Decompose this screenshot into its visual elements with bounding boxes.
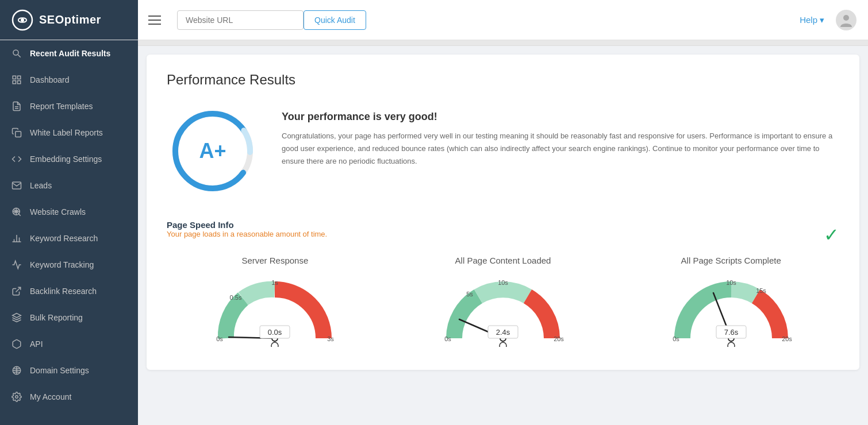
svg-rect-8	[18, 81, 21, 84]
sidebar-item-domain-settings[interactable]: Domain Settings	[0, 357, 138, 384]
copy-icon	[11, 128, 22, 138]
svg-line-13	[18, 214, 20, 215]
sidebar-item-website-crawls[interactable]: Website Crawls	[0, 199, 138, 225]
svg-text:2.4s: 2.4s	[496, 328, 510, 337]
avatar[interactable]	[836, 10, 857, 30]
svg-text:0s: 0s	[217, 335, 224, 342]
backlink-icon	[11, 286, 22, 296]
sidebar-label-website-crawls: Website Crawls	[30, 207, 86, 217]
performance-text-column: Your performance is very good! Congratul…	[282, 105, 839, 168]
grade-row: A+ Your performance is very good! Congra…	[167, 105, 839, 197]
svg-text:15s: 15s	[756, 287, 766, 294]
grid-icon	[11, 75, 22, 85]
sidebar: Recent Audit Results Dashboard Report Te…	[0, 40, 138, 425]
speed-header-left: Page Speed Info Your page loads in a rea…	[167, 220, 327, 250]
speed-subtitle: Your page loads in a reasonable amount o…	[167, 230, 327, 238]
svg-text:1s: 1s	[272, 279, 279, 286]
sidebar-item-leads[interactable]: Leads	[0, 172, 138, 199]
globe-icon	[11, 365, 22, 376]
gauge-server-response-svg: 0s 0.5s 1s 3s	[212, 272, 338, 347]
svg-point-1	[21, 18, 24, 22]
sidebar-label-domain-settings: Domain Settings	[30, 366, 89, 375]
svg-rect-5	[13, 76, 16, 79]
sidebar-label-keyword-tracking: Keyword Tracking	[30, 260, 94, 269]
content-top-bar	[138, 40, 868, 46]
url-input[interactable]	[177, 10, 304, 30]
svg-text:0.0s: 0.0s	[268, 328, 282, 337]
seoptimer-logo-icon	[11, 9, 33, 31]
help-button[interactable]: Help ▾	[800, 15, 824, 25]
sidebar-item-white-label[interactable]: White Label Reports	[0, 119, 138, 146]
sidebar-item-dashboard[interactable]: Dashboard	[0, 67, 138, 93]
help-chevron-icon: ▾	[820, 15, 824, 25]
svg-point-2	[843, 15, 849, 21]
file-edit-icon	[11, 101, 22, 111]
svg-text:20s: 20s	[782, 335, 792, 342]
hamburger-line-1	[148, 16, 161, 17]
hamburger-line-3	[148, 24, 161, 25]
help-label: Help	[800, 15, 817, 25]
grade-label: A+	[199, 139, 226, 163]
sidebar-label-dashboard: Dashboard	[30, 75, 70, 84]
embed-icon	[11, 154, 22, 164]
gauge-page-content-svg: 0s 5s 10s 20s	[440, 272, 566, 347]
gauges-row: Server Response	[167, 256, 839, 353]
hamburger-button[interactable]	[144, 8, 166, 32]
quick-audit-button[interactable]: Quick Audit	[304, 10, 366, 30]
globe-search-icon	[11, 207, 22, 217]
svg-rect-6	[18, 76, 21, 79]
sidebar-item-embedding[interactable]: Embedding Settings	[0, 146, 138, 172]
svg-text:0s: 0s	[444, 335, 451, 342]
svg-point-33	[271, 342, 278, 347]
gauge-page-scripts-svg: 0s 10s 15s 20s	[668, 272, 794, 347]
svg-text:7.6s: 7.6s	[724, 328, 738, 337]
sidebar-item-my-account[interactable]: My Account	[0, 384, 138, 410]
sidebar-item-report-templates[interactable]: Report Templates	[0, 93, 138, 119]
sidebar-item-bulk-reporting[interactable]: Bulk Reporting	[0, 304, 138, 331]
svg-text:10s: 10s	[726, 279, 736, 286]
gauge-page-content: All Page Content Loaded 0s	[395, 256, 612, 353]
speed-header: Page Speed Info Your page loads in a rea…	[167, 220, 839, 250]
gauge-page-scripts: All Page Scripts Complete 0s	[623, 256, 839, 353]
gauge-page-content-label: All Page Content Loaded	[455, 256, 551, 265]
gear-icon	[11, 392, 22, 402]
performance-headline: Your performance is very good!	[282, 111, 839, 123]
svg-marker-20	[13, 314, 21, 318]
svg-text:3s: 3s	[328, 335, 335, 342]
gauge-server-response-label: Server Response	[241, 256, 308, 265]
svg-line-19	[16, 287, 21, 292]
sidebar-item-keyword-tracking[interactable]: Keyword Tracking	[0, 252, 138, 278]
hamburger-line-2	[148, 20, 161, 21]
sidebar-label-leads: Leads	[30, 181, 52, 190]
gauge-server-response-svg-wrap: 0s 0.5s 1s 3s	[212, 272, 338, 353]
layers-icon	[11, 312, 22, 323]
logo-text: SEOptimer	[39, 13, 101, 26]
sidebar-item-keyword-research[interactable]: Keyword Research	[0, 225, 138, 252]
user-avatar-icon	[838, 12, 854, 28]
performance-title: Performance Results	[167, 72, 839, 88]
performance-card: Performance Results A+ Your performanc	[147, 55, 859, 370]
sidebar-label-backlink-research: Backlink Research	[30, 287, 97, 296]
sidebar-item-backlink-research[interactable]: Backlink Research	[0, 278, 138, 304]
sidebar-label-keyword-research: Keyword Research	[30, 234, 98, 243]
performance-description: Congratulations, your page has performed…	[282, 130, 839, 168]
search-icon	[11, 48, 22, 59]
tracking-icon	[11, 260, 22, 270]
svg-text:20s: 20s	[554, 335, 564, 342]
svg-point-23	[16, 396, 18, 399]
svg-line-4	[18, 55, 21, 57]
sidebar-label-my-account: My Account	[30, 392, 71, 401]
svg-text:0.5s: 0.5s	[230, 294, 242, 301]
content-area: Performance Results A+ Your performanc	[138, 40, 868, 425]
sidebar-item-api[interactable]: API	[0, 331, 138, 357]
speed-title: Page Speed Info	[167, 220, 327, 230]
gauge-page-scripts-svg-wrap: 0s 10s 15s 20s	[668, 272, 794, 353]
logo-area: SEOptimer	[0, 0, 138, 40]
svg-point-51	[728, 342, 735, 347]
gauge-server-response: Server Response	[167, 256, 383, 353]
sidebar-item-recent-audit[interactable]: Recent Audit Results	[0, 40, 138, 67]
svg-text:5s: 5s	[466, 291, 473, 298]
sidebar-label-api: API	[30, 339, 43, 349]
svg-rect-7	[13, 81, 16, 84]
sidebar-label-recent-audit: Recent Audit Results	[30, 49, 110, 58]
